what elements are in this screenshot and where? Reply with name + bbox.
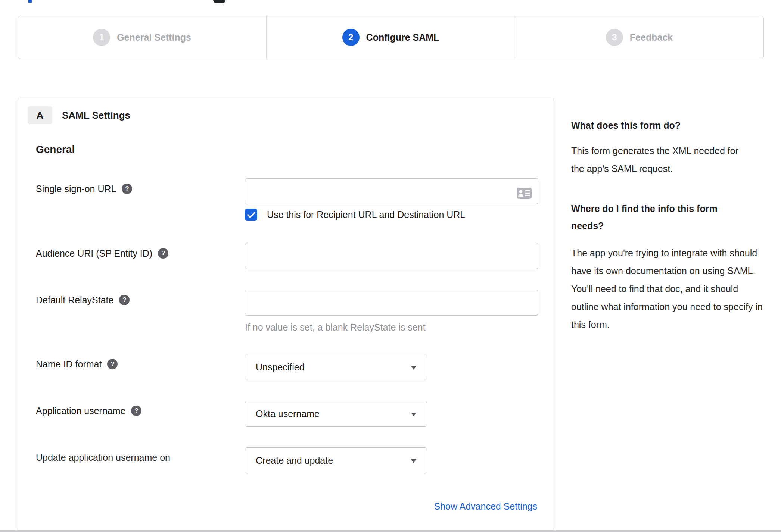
- help-question-2: Where do I find the info this form needs…: [571, 200, 738, 234]
- help-icon[interactable]: ?: [122, 184, 132, 194]
- checkmark-icon: [247, 212, 255, 218]
- update-username-label: Update application username on: [36, 452, 170, 463]
- sso-url-input[interactable]: [245, 178, 538, 204]
- page: 1 General Settings 2 Configure SAML 3 Fe…: [0, 0, 781, 532]
- general-heading: General: [36, 144, 75, 156]
- app-username-select[interactable]: Okta username: [245, 401, 427, 427]
- update-username-select[interactable]: Create and update: [245, 447, 427, 473]
- update-username-label-row: Update application username on: [36, 451, 170, 464]
- chevron-down-icon: [411, 459, 416, 463]
- step-feedback[interactable]: 3 Feedback: [515, 16, 763, 59]
- help-icon[interactable]: ?: [131, 406, 141, 416]
- relaystate-label-row: Default RelayState ?: [36, 294, 130, 306]
- step-number-badge: 1: [93, 29, 110, 46]
- step-general-settings[interactable]: 1 General Settings: [18, 16, 266, 59]
- bottom-divider: [0, 530, 781, 532]
- sso-url-label: Single sign-on URL: [36, 184, 116, 194]
- app-username-label-row: Application username ?: [36, 404, 141, 417]
- name-id-format-label-row: Name ID format ?: [36, 358, 118, 370]
- help-question-1: What does this form do?: [571, 119, 747, 132]
- help-icon[interactable]: ?: [107, 359, 118, 369]
- name-id-format-select[interactable]: Unspecified: [245, 354, 427, 380]
- relaystate-label: Default RelayState: [36, 295, 113, 306]
- name-id-format-value: Unspecified: [256, 362, 305, 373]
- audience-uri-label-row: Audience URI (SP Entity ID) ?: [36, 247, 168, 260]
- audience-uri-input[interactable]: [245, 243, 538, 269]
- wizard-stepper: 1 General Settings 2 Configure SAML 3 Fe…: [18, 16, 764, 59]
- step-label: General Settings: [117, 32, 191, 43]
- use-for-recipient-checkbox[interactable]: [245, 209, 257, 221]
- step-label: Feedback: [630, 32, 673, 43]
- cutoff-dark-shape: [213, 0, 225, 3]
- chevron-down-icon: [411, 366, 416, 370]
- step-configure-saml[interactable]: 2 Configure SAML: [266, 16, 515, 59]
- step-label: Configure SAML: [366, 32, 439, 43]
- step-number-badge: 2: [342, 29, 360, 46]
- help-answer-2: The app you're trying to integrate with …: [571, 244, 764, 334]
- step-number-badge: 3: [606, 29, 623, 46]
- app-username-value: Okta username: [256, 409, 320, 419]
- help-icon[interactable]: ?: [119, 295, 130, 305]
- update-username-value: Create and update: [256, 455, 333, 466]
- help-icon[interactable]: ?: [158, 248, 168, 259]
- help-column: What does this form do? This form genera…: [571, 119, 771, 334]
- relaystate-input[interactable]: [245, 290, 538, 316]
- use-for-recipient-label: Use this for Recipient URL and Destinati…: [267, 209, 465, 220]
- sso-checkbox-row: Use this for Recipient URL and Destinati…: [245, 209, 465, 221]
- show-advanced-settings-link[interactable]: Show Advanced Settings: [434, 501, 537, 512]
- audience-uri-label: Audience URI (SP Entity ID): [36, 248, 152, 259]
- name-id-format-label: Name ID format: [36, 359, 102, 370]
- app-username-label: Application username: [36, 406, 125, 416]
- sso-url-label-row: Single sign-on URL ?: [36, 182, 132, 195]
- chevron-down-icon: [411, 413, 416, 416]
- help-answer-1: This form generates the XML needed for t…: [571, 142, 742, 178]
- cutoff-blue-mark: [28, 0, 32, 3]
- saml-settings-panel: A SAML Settings General Single sign-on U…: [18, 98, 554, 532]
- panel-title: SAML Settings: [62, 106, 130, 124]
- relaystate-hint: If no value is set, a blank RelayState i…: [245, 322, 426, 333]
- section-a-badge: A: [28, 106, 52, 124]
